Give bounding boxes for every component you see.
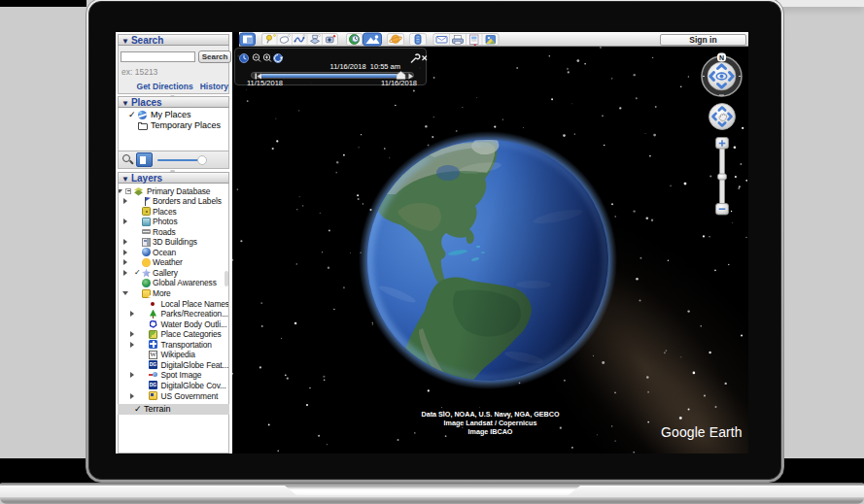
svg-text:N: N <box>719 54 724 61</box>
